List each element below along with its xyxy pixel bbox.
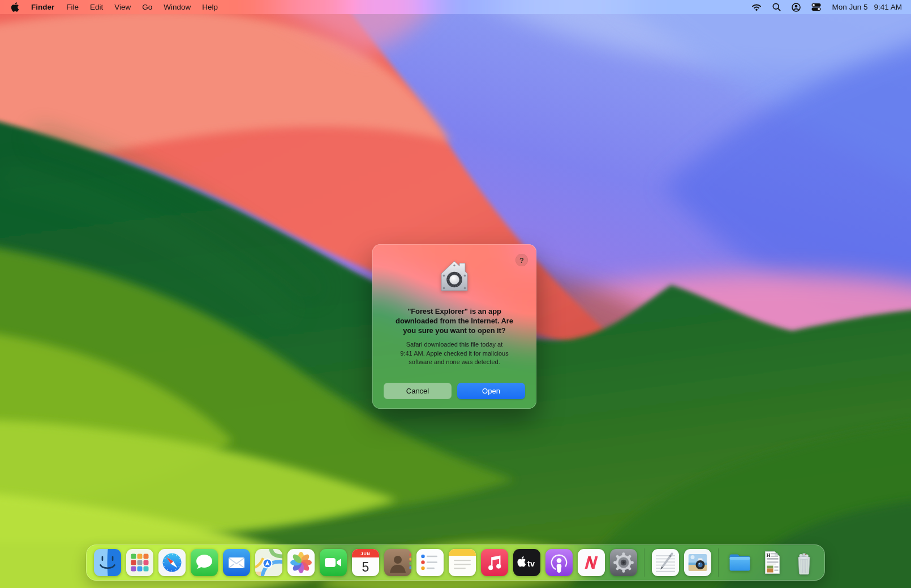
menu-bar-left: Finder File Edit View Go Window Help (7, 0, 224, 14)
dock-item-finder[interactable] (94, 549, 121, 576)
dock-item-contacts[interactable] (384, 549, 411, 576)
contacts-icon (384, 549, 411, 576)
dialog-title-line: you sure you want to open it? (383, 326, 526, 335)
svg-text:H: H (766, 552, 770, 558)
facetime-icon (320, 549, 347, 576)
menu-bar-clock[interactable]: Mon Jun 5 9:41 AM (832, 3, 902, 11)
apple-tv-icon: tv (513, 549, 540, 576)
dock-item-preview[interactable] (684, 549, 711, 576)
clock-time: 9:41 AM (874, 3, 902, 11)
svg-text:tv: tv (527, 559, 535, 568)
dock-item-trash[interactable] (790, 549, 818, 576)
dock-item-textedit[interactable] (652, 549, 679, 576)
dock-item-document[interactable]: H (758, 549, 785, 576)
dialog-body-line: 9:41 AM. Apple checked it for malicious (400, 350, 508, 357)
dock: JUN 5 (86, 544, 825, 581)
maps-icon (255, 549, 282, 576)
folder-icon (726, 549, 753, 576)
dock-item-safari[interactable] (158, 549, 186, 576)
reminders-icon (416, 549, 444, 576)
menu-item-help[interactable]: Help (196, 0, 224, 14)
podcasts-icon (545, 549, 573, 576)
safari-icon (158, 549, 186, 576)
preview-icon (684, 549, 711, 576)
cancel-button[interactable]: Cancel (384, 383, 452, 399)
document-icon: H (758, 549, 785, 576)
finder-icon (94, 549, 121, 576)
dock-item-maps[interactable] (255, 549, 282, 576)
menu-item-view[interactable]: View (109, 0, 136, 14)
dock-item-messages[interactable] (191, 549, 218, 576)
dock-item-notes[interactable] (449, 549, 476, 576)
menu-bar: Finder File Edit View Go Window Help (0, 0, 911, 14)
menu-bar-status: Mon Jun 5 9:41 AM (751, 3, 902, 12)
messages-icon (191, 549, 218, 576)
apple-menu[interactable] (7, 2, 25, 12)
dock-item-facetime[interactable] (320, 549, 347, 576)
menu-item-edit[interactable]: Edit (84, 0, 109, 14)
news-icon (578, 549, 605, 576)
launchpad-icon (126, 549, 153, 576)
dock-item-tv[interactable]: tv (513, 549, 540, 576)
dialog-title-line: downloaded from the Internet. Are (383, 316, 526, 326)
dialog-body-line: software and none was detected. (409, 358, 500, 365)
system-settings-icon (610, 549, 637, 576)
help-button[interactable]: ? (515, 254, 528, 266)
menu-item-go[interactable]: Go (136, 0, 158, 14)
dialog-body: Safari downloaded this file today at 9:4… (394, 340, 515, 367)
dialog-body-line: Safari downloaded this file today at (406, 341, 503, 348)
dock-item-podcasts[interactable] (545, 549, 573, 576)
music-icon (481, 549, 508, 576)
user-account-icon[interactable] (792, 3, 801, 12)
photos-icon (287, 549, 315, 576)
trash-icon (790, 549, 818, 576)
open-button[interactable]: Open (457, 383, 525, 399)
dock-item-music[interactable] (481, 549, 508, 576)
mail-icon (223, 549, 250, 576)
spotlight-search-icon[interactable] (772, 3, 781, 11)
menu-item-finder[interactable]: Finder (25, 0, 61, 14)
notes-icon (449, 549, 476, 576)
dialog-title: "Forest Explorer" is an app downloaded f… (383, 306, 526, 335)
apple-logo-icon (11, 2, 19, 12)
dock-item-mail[interactable] (223, 549, 250, 576)
dialog-title-line: "Forest Explorer" is an app (383, 306, 526, 316)
dialog-buttons: Cancel Open (384, 383, 525, 399)
menu-item-file[interactable]: File (61, 0, 84, 14)
calendar-icon: JUN 5 (352, 549, 379, 576)
dock-separator (644, 548, 644, 577)
dock-item-photos[interactable] (287, 549, 315, 576)
dock-item-system-settings[interactable] (610, 549, 637, 576)
gatekeeper-dialog: ? (372, 244, 536, 409)
desktop: Finder File Edit View Go Window Help (0, 0, 911, 588)
dock-item-news[interactable] (578, 549, 605, 576)
dock-separator (718, 548, 719, 577)
gatekeeper-security-icon (436, 259, 472, 295)
menu-item-window[interactable]: Window (158, 0, 196, 14)
dock-item-launchpad[interactable] (126, 549, 153, 576)
svg-text:5: 5 (362, 560, 369, 574)
control-center-icon[interactable] (811, 3, 821, 11)
clock-date: Mon Jun 5 (832, 3, 867, 11)
dock-item-downloads-folder[interactable] (726, 549, 753, 576)
svg-text:JUN: JUN (360, 551, 370, 556)
textedit-icon (652, 549, 679, 576)
wifi-icon[interactable] (751, 3, 762, 11)
dock-item-calendar[interactable]: JUN 5 (352, 549, 379, 576)
dock-item-reminders[interactable] (416, 549, 444, 576)
